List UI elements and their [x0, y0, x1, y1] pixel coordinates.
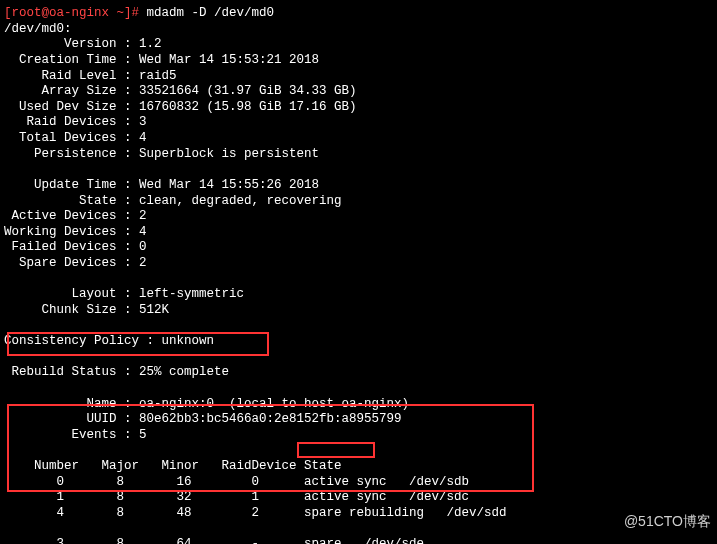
field-name: Name : oa-nginx:0 (local to host oa-ngin… — [4, 397, 713, 413]
field-used-dev-size: Used Dev Size : 16760832 (15.98 GiB 17.1… — [4, 100, 713, 116]
blank-line — [4, 350, 713, 366]
bracket-close: ]# — [124, 6, 139, 20]
terminal-output: [root@oa-nginx ~]# mdadm -D /dev/md0 /de… — [4, 6, 713, 544]
blank-line — [4, 162, 713, 178]
command-text: mdadm -D /dev/md0 — [139, 6, 274, 20]
field-total-devices: Total Devices : 4 — [4, 131, 713, 147]
prompt-path: ~ — [109, 6, 124, 20]
table-row: 4 8 48 2 spare rebuilding /dev/sdd — [4, 506, 713, 522]
device-path: /dev/md0: — [4, 22, 713, 38]
field-consistency-policy: Consistency Policy : unknown — [4, 334, 713, 350]
blank-line — [4, 522, 713, 538]
field-creation-time: Creation Time : Wed Mar 14 15:53:21 2018 — [4, 53, 713, 69]
field-state: State : clean, degraded, recovering — [4, 194, 713, 210]
field-rebuild-status: Rebuild Status : 25% complete — [4, 365, 713, 381]
prompt-host: oa-nginx — [49, 6, 109, 20]
bracket-open: [ — [4, 6, 12, 20]
prompt-line-1: [root@oa-nginx ~]# mdadm -D /dev/md0 — [4, 6, 713, 22]
blank-line — [4, 381, 713, 397]
blank-line — [4, 319, 713, 335]
field-persistence: Persistence : Superblock is persistent — [4, 147, 713, 163]
table-row: 0 8 16 0 active sync /dev/sdb — [4, 475, 713, 491]
field-update-time: Update Time : Wed Mar 14 15:55:26 2018 — [4, 178, 713, 194]
field-events: Events : 5 — [4, 428, 713, 444]
field-spare-devices: Spare Devices : 2 — [4, 256, 713, 272]
field-uuid: UUID : 80e62bb3:bc5466a0:2e8152fb:a89557… — [4, 412, 713, 428]
prompt-user: root — [12, 6, 42, 20]
watermark: @51CTO博客 — [624, 513, 711, 531]
field-layout: Layout : left-symmetric — [4, 287, 713, 303]
field-array-size: Array Size : 33521664 (31.97 GiB 34.33 G… — [4, 84, 713, 100]
field-raid-level: Raid Level : raid5 — [4, 69, 713, 85]
field-failed-devices: Failed Devices : 0 — [4, 240, 713, 256]
field-raid-devices: Raid Devices : 3 — [4, 115, 713, 131]
table-row-spare: 3 8 64 - spare /dev/sde — [4, 537, 713, 544]
blank-line — [4, 444, 713, 460]
field-working-devices: Working Devices : 4 — [4, 225, 713, 241]
field-chunk-size: Chunk Size : 512K — [4, 303, 713, 319]
prompt-at: @ — [42, 6, 50, 20]
table-row: 1 8 32 1 active sync /dev/sdc — [4, 490, 713, 506]
blank-line — [4, 272, 713, 288]
device-table-header: Number Major Minor RaidDevice State — [4, 459, 713, 475]
field-version: Version : 1.2 — [4, 37, 713, 53]
field-active-devices: Active Devices : 2 — [4, 209, 713, 225]
